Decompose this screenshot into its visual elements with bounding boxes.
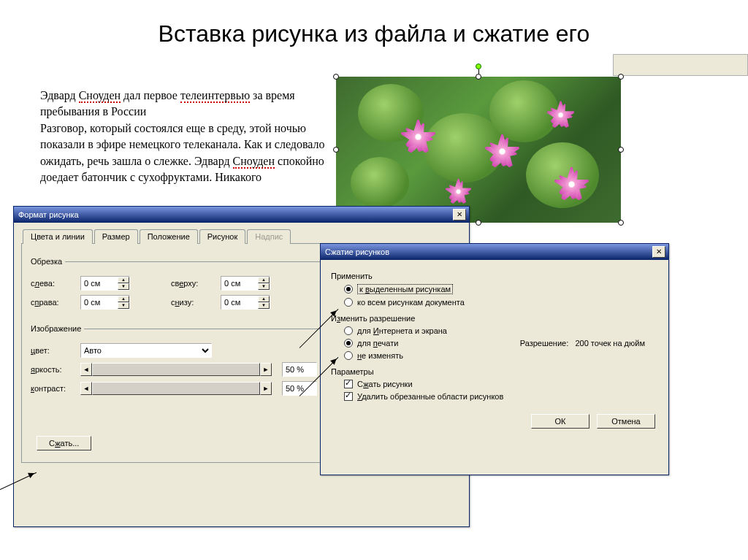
resolution-legend: Изменить разрешение — [331, 314, 658, 323]
color-dropdown[interactable]: Авто — [80, 343, 212, 358]
crop-right-label: справа: — [31, 298, 75, 307]
resize-handle-e[interactable] — [618, 147, 624, 153]
res-print-label: для печати — [357, 339, 398, 348]
selected-picture[interactable] — [336, 77, 621, 223]
resize-handle-s[interactable] — [476, 220, 481, 226]
resize-handle-n[interactable] — [476, 74, 481, 80]
document-text: Эдвард Сноуден дал первое телеинтервью з… — [40, 88, 329, 185]
resize-handle-w[interactable] — [333, 147, 339, 153]
rotate-handle[interactable] — [476, 64, 481, 69]
crop-left-spinner[interactable]: ▲▼ — [80, 276, 130, 291]
apply-legend: Применить — [331, 272, 658, 280]
apply-all-label: ко всем рисункам документа — [357, 298, 465, 307]
format-picture-title: Формат рисунка — [17, 210, 453, 219]
format-picture-titlebar[interactable]: Формат рисунка ✕ — [14, 207, 469, 223]
tab-picture[interactable]: Рисунок — [199, 229, 246, 244]
toolbar-fragment — [613, 54, 748, 76]
ok-button[interactable]: ОК — [531, 414, 589, 429]
chk-delete-label: Удалить обрезанные области рисунков — [357, 392, 503, 401]
compress-titlebar[interactable]: Сжатие рисунков ✕ — [321, 244, 668, 260]
crop-top-spinner[interactable]: ▲▼ — [221, 276, 270, 291]
radio-selected-pictures[interactable] — [344, 285, 353, 294]
tab-textbox: Надпис — [247, 229, 291, 244]
res-none-label: не изменять — [357, 351, 403, 360]
color-label: цвет: — [31, 346, 75, 355]
resize-handle-nw[interactable] — [333, 74, 339, 80]
crop-right-spinner[interactable]: ▲▼ — [80, 295, 130, 310]
slide-title: Вставка рисунка из файла и сжатие его — [0, 20, 748, 47]
crop-legend: Обрезка — [31, 257, 65, 266]
close-icon[interactable]: ✕ — [652, 246, 665, 258]
contrast-slider[interactable]: ◄► — [80, 382, 272, 395]
check-compress[interactable] — [344, 380, 353, 388]
contrast-label: контраст: — [31, 384, 75, 393]
brightness-slider[interactable]: ◄► — [80, 363, 272, 376]
res-web-label: для Интернета и экрана — [357, 326, 447, 335]
radio-no-change[interactable] — [344, 351, 353, 360]
spin-up-icon[interactable]: ▲ — [118, 277, 129, 283]
compress-button[interactable]: Сжать... — [37, 436, 91, 450]
arrow-right-icon[interactable]: ► — [260, 363, 272, 376]
tab-size[interactable]: Размер — [94, 229, 138, 244]
check-delete-cropped[interactable] — [344, 392, 353, 401]
radio-all-pictures[interactable] — [344, 298, 353, 307]
compress-pictures-dialog: Сжатие рисунков ✕ Применить к выделенным… — [320, 243, 669, 475]
crop-top-label: сверху: — [171, 279, 215, 288]
crop-left-label: слева: — [31, 279, 75, 288]
radio-print[interactable] — [344, 339, 353, 348]
spin-down-icon[interactable]: ▼ — [118, 283, 129, 290]
tab-position[interactable]: Положение — [140, 229, 198, 244]
image-legend: Изображение — [31, 324, 84, 333]
water-lily-image — [336, 77, 621, 223]
cancel-button[interactable]: Отмена — [597, 414, 655, 429]
params-legend: Параметры — [331, 367, 658, 376]
resolution-readout: Разрешение: 200 точек на дюйм — [520, 339, 645, 348]
brightness-value[interactable]: 50 % — [282, 362, 317, 377]
crop-bottom-spinner[interactable]: ▲▼ — [221, 295, 270, 310]
crop-bottom-label: снизу: — [171, 298, 215, 307]
resize-handle-se[interactable] — [618, 220, 624, 226]
radio-web[interactable] — [344, 326, 353, 335]
apply-selected-label: к выделенным рисункам — [357, 284, 453, 294]
resize-handle-ne[interactable] — [618, 74, 624, 80]
chk-compress-label: Сжать рисунки — [357, 380, 413, 388]
tab-bar: Цвета и линии Размер Положение Рисунок Н… — [21, 229, 462, 244]
close-icon[interactable]: ✕ — [453, 209, 466, 220]
tab-colors-lines[interactable]: Цвета и линии — [23, 229, 93, 244]
brightness-label: яркость: — [31, 365, 75, 374]
arrow-left-icon[interactable]: ◄ — [80, 363, 92, 376]
compress-title: Сжатие рисунков — [324, 248, 652, 256]
